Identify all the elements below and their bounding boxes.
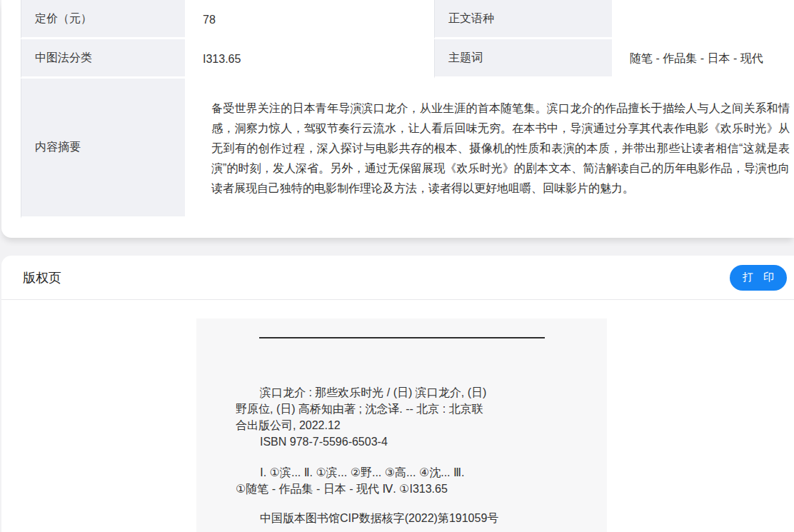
cip-line-tracings-1: Ⅰ. ①滨... Ⅱ. ①滨... ②野... ③高... ④沈... Ⅲ. — [236, 464, 578, 481]
value-price: 78 — [185, 0, 434, 39]
print-button[interactable]: 打 印 — [730, 265, 787, 291]
section-title-copyright-page: 版权页 — [23, 269, 61, 286]
cip-line-record-number: 中国版本图书馆CIP数据核字(2022)第191059号 — [236, 510, 578, 526]
cip-line-publisher-date: 合出版公司, 2022.12 — [236, 417, 578, 433]
cip-line-authors: 野原位, (日) 高桥知由著 ; 沈念译. -- 北京 : 北京联 — [236, 401, 578, 417]
cip-preview-panel: 滨口龙介 : 那些欢乐时光 / (日) 滨口龙介, (日) 野原位, (日) 高… — [196, 318, 607, 532]
value-clc-classification: I313.65 — [185, 39, 434, 79]
label-subject-terms: 主题词 — [434, 39, 612, 79]
book-detail-card: 定价（元） 78 正文语种 中图法分类 I313.65 主题词 随笔 - 作品集… — [1, 0, 794, 238]
label-clc-classification: 中图法分类 — [21, 39, 185, 79]
cip-line-title-statement: 滨口龙介 : 那些欢乐时光 / (日) 滨口龙介, (日) — [236, 384, 578, 401]
copyright-page-card: 版权页 打 印 滨口龙介 : 那些欢乐时光 / (日) 滨口龙介, (日) 野原… — [1, 256, 794, 532]
cip-data-block: 滨口龙介 : 那些欢乐时光 / (日) 滨口龙介, (日) 野原位, (日) 高… — [196, 338, 607, 526]
cip-line-tracings-2: ①随笔 - 作品集 - 日本 - 现代 Ⅳ. ①I313.65 — [236, 481, 578, 497]
book-metadata-table: 定价（元） 78 正文语种 中图法分类 I313.65 主题词 随笔 - 作品集… — [21, 0, 794, 219]
label-price: 定价（元） — [21, 0, 185, 39]
value-subject-terms: 随笔 - 作品集 - 日本 - 现代 — [612, 39, 794, 79]
label-text-language: 正文语种 — [434, 0, 612, 39]
copyright-section-header: 版权页 打 印 — [1, 256, 794, 300]
value-content-summary: 备受世界关注的日本青年导演滨口龙介，从业生涯的首本随笔集。滨口龙介的作品擅长于描… — [185, 79, 794, 219]
cip-divider-rule — [259, 318, 545, 338]
value-text-language — [612, 0, 794, 39]
cip-line-isbn: ISBN 978-7-5596-6503-4 — [236, 433, 578, 450]
content-summary-text: 备受世界关注的日本青年导演滨口龙介，从业生涯的首本随笔集。滨口龙介的作品擅长于描… — [211, 99, 790, 199]
label-content-summary: 内容摘要 — [21, 79, 185, 219]
